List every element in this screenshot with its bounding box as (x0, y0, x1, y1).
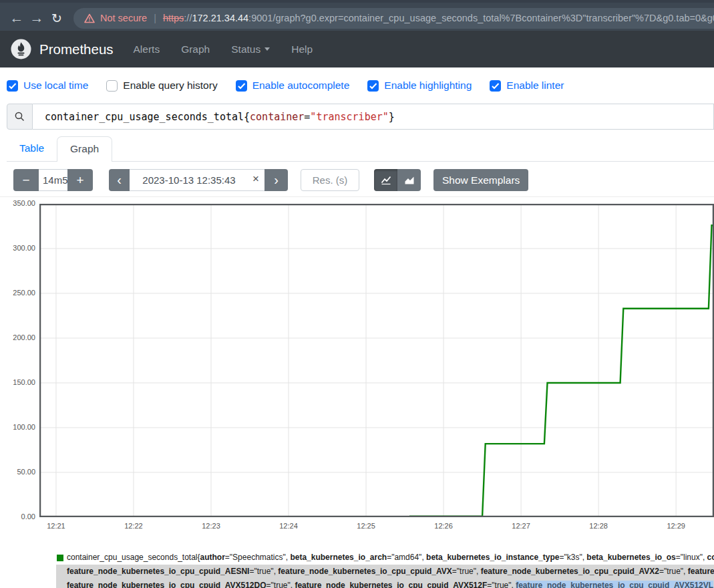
browser-forward-button[interactable]: → (27, 10, 47, 26)
legend-label-segment: beta_kubernetes_io_instance_type (426, 553, 559, 562)
address-bar[interactable]: Not secure | https://172.21.34.44:9001/g… (73, 8, 714, 29)
checkbox-enable-highlighting[interactable]: Enable highlighting (367, 80, 472, 92)
checked-checkbox-icon[interactable] (367, 80, 379, 92)
x-axis-label: 12:27 (506, 522, 536, 530)
legend-label-segment: ="true", (659, 567, 688, 576)
legend-label-segment: beta_kubernetes_io_os (586, 553, 675, 562)
checkbox-enable-linter[interactable]: Enable linter (490, 80, 564, 92)
checkbox-label: Enable query history (123, 80, 217, 92)
legend-label-segment: beta_kubernetes_io_arch (290, 553, 387, 562)
graph-canvas[interactable] (39, 204, 714, 517)
nav-links: AlertsGraphStatusHelp (134, 43, 313, 55)
time-prev-button[interactable]: ‹ (109, 169, 130, 191)
graph-panel: 0.0050.00100.00150.00200.00250.00300.003… (0, 196, 714, 533)
stacked-chart-button[interactable] (397, 169, 421, 191)
not-secure-label: Not secure (100, 13, 147, 23)
legend-label-segment: feature_node_kubernetes_io_cpu_cpuid_AVX… (295, 581, 487, 588)
duration-increment-button[interactable]: + (67, 169, 93, 191)
legend-label-segment: ="true", (249, 567, 278, 576)
x-axis-label: 12:26 (429, 522, 458, 530)
plot-border (40, 204, 713, 517)
legend-label-segment: feature_node_kubernetes_io_cpu_cpuid_AES… (67, 567, 249, 576)
x-axis-label: 12:28 (584, 522, 613, 530)
nav-item-alerts[interactable]: Alerts (134, 43, 160, 55)
tab-table[interactable]: Table (7, 136, 57, 161)
y-axis-label: 50.00 (0, 468, 35, 476)
tabs: TableGraph (7, 136, 714, 162)
legend-label-segment: ="amd64", (387, 553, 426, 562)
legend-line[interactable]: container_cpu_usage_seconds_total{author… (56, 551, 714, 565)
options-row: Use local timeEnable query historyEnable… (0, 67, 714, 101)
checkbox-label: Use local time (23, 80, 88, 92)
legend-swatch (57, 555, 63, 561)
browser-back-button[interactable]: ← (7, 10, 27, 26)
legend-label-segment: feature_node_kubernetes_io_cpu_cpuid_AVX… (67, 581, 266, 588)
legend[interactable]: container_cpu_usage_seconds_total{author… (56, 551, 714, 588)
query-token: } (389, 111, 395, 123)
y-axis-label: 350.00 (0, 199, 35, 207)
prometheus-navbar: Prometheus AlertsGraphStatusHelp (0, 31, 714, 67)
x-axis-label: 12:22 (119, 522, 148, 530)
checkbox-label: Enable highlighting (384, 80, 472, 92)
query-token: container_cpu_usage_seconds_total{ (45, 111, 250, 123)
query-input[interactable]: container_cpu_usage_seconds_total{contai… (33, 104, 714, 130)
prometheus-logo-icon[interactable] (11, 39, 31, 59)
legend-label-segment: ="linux", (676, 553, 707, 562)
query-token: = (304, 111, 310, 123)
y-axis-label: 250.00 (0, 289, 35, 297)
x-axis-label: 12:24 (274, 522, 303, 530)
x-axis-label: 12:21 (41, 522, 71, 530)
y-axis-label: 200.00 (0, 333, 35, 341)
legend-line[interactable]: feature_node_kubernetes_io_cpu_cpuid_AES… (56, 565, 714, 579)
caret-down-icon (264, 47, 270, 51)
datetime-input[interactable] (130, 169, 264, 191)
x-axis-label: 12:25 (351, 522, 381, 530)
legend-label-segment: co (707, 553, 714, 562)
browser-reload-button[interactable]: ↻ (47, 11, 67, 26)
checked-checkbox-icon[interactable] (7, 80, 18, 92)
query-token: "transcriber" (310, 111, 388, 123)
legend-label-segment: ="true", (487, 581, 516, 588)
query-token: container (250, 111, 304, 123)
browser-toolbar: ← → ↻ Not secure | https://172.21.34.44:… (0, 0, 714, 31)
unchecked-checkbox-icon[interactable] (106, 80, 118, 92)
warning-icon (84, 13, 95, 23)
nav-item-help[interactable]: Help (291, 43, 313, 55)
url-text: https://172.21.34.44:9001/graph?g0.expr=… (163, 13, 714, 23)
time-next-button[interactable]: › (264, 169, 288, 191)
y-axis-label: 300.00 (0, 244, 35, 252)
checkbox-enable-query-history[interactable]: Enable query history (106, 80, 217, 92)
tab-graph[interactable]: Graph (57, 136, 112, 162)
legend-label-segment: feature_node_kubernetes_io_cpu_cpuid_AVX (278, 567, 452, 576)
legend-label-segment: ="true", (266, 581, 295, 588)
line-chart-button[interactable] (374, 169, 397, 191)
checkbox-label: Enable autocomplete (252, 80, 350, 92)
line-chart-icon (381, 175, 391, 185)
nav-item-status[interactable]: Status (231, 43, 270, 55)
stacked-chart-icon (404, 175, 415, 185)
checked-checkbox-icon[interactable] (490, 80, 501, 92)
legend-label-segment: feature (688, 567, 714, 576)
duration-input[interactable] (39, 169, 67, 191)
legend-label-segment: ="Speechmatics", (225, 553, 291, 562)
checkbox-use-local-time[interactable]: Use local time (7, 80, 88, 92)
y-axis-label: 100.00 (0, 423, 35, 431)
resolution-input[interactable] (301, 169, 359, 191)
datetime-clear-icon[interactable]: × (252, 172, 259, 186)
legend-label-segment: feature_node_kubernetes_io_cpu_cpuid_AVX… (516, 581, 713, 588)
nav-item-graph[interactable]: Graph (181, 43, 210, 55)
y-axis-label: 0.00 (0, 512, 35, 521)
brand-title[interactable]: Prometheus (39, 41, 114, 57)
show-exemplars-button[interactable]: Show Exemplars (433, 169, 528, 191)
legend-label-segment: feature_node_kubernetes_io_cpu_cpuid_AVX… (481, 567, 659, 576)
graph-controls: − + ‹ × › Show Exemplars (13, 169, 714, 191)
legend-label-segment: ="true", (452, 567, 481, 576)
legend-label-segment: ="k3s", (559, 553, 586, 562)
checkbox-label: Enable linter (506, 80, 564, 92)
y-axis-label: 150.00 (0, 378, 35, 386)
duration-decrement-button[interactable]: − (13, 169, 39, 191)
checkbox-enable-autocomplete[interactable]: Enable autocomplete (236, 80, 350, 92)
checked-checkbox-icon[interactable] (236, 80, 247, 92)
legend-label-segment: author (200, 553, 225, 562)
legend-line[interactable]: feature_node_kubernetes_io_cpu_cpuid_AVX… (56, 579, 714, 588)
